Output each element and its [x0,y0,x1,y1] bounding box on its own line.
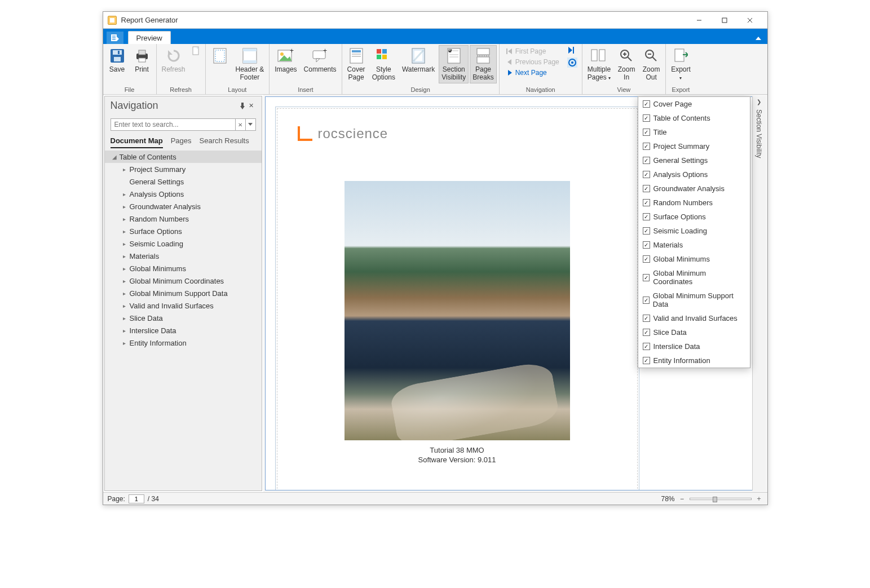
images-button[interactable]: + Images [272,45,299,76]
ribbon-group-navigation-label: Navigation [502,85,580,94]
pin-button[interactable] [238,101,247,110]
margins-button[interactable] [208,45,232,68]
refresh-aux [189,45,203,56]
section-visibility-item[interactable]: ✓Seismic Loading [638,224,750,238]
collapse-ribbon-button[interactable] [753,33,764,44]
section-visibility-sidebar[interactable]: ❯ Section Visibility [752,96,766,490]
tree-item[interactable]: ▸Slice Data [105,312,262,324]
section-visibility-item[interactable]: ✓Slice Data [638,325,750,339]
next-page-label: Next Page [515,69,547,77]
tree-top-item[interactable]: ◢Table of Contents [105,151,262,163]
svg-rect-20 [243,60,257,63]
section-visibility-item[interactable]: ✓Global Minimum Coordinates [638,266,750,289]
ribbon-group-file: Save Print File [103,44,157,94]
style-options-icon [374,47,392,65]
zoom-value: 78% [661,495,674,503]
tree-item[interactable]: ▸Surface Options [105,225,262,237]
tree-item[interactable]: ▸Project Summary [105,163,262,175]
tab-pages[interactable]: Pages [171,136,192,148]
zoom-plus-button[interactable]: ＋ [755,494,763,503]
tree-item[interactable]: ▸Materials [105,250,262,262]
minimize-button[interactable] [687,12,712,29]
header-footer-button[interactable]: Header & Footer [233,45,267,83]
close-button[interactable] [737,12,763,29]
checkbox-icon: ✓ [643,274,650,281]
page-breaks-label: Page Breaks [472,66,493,82]
section-visibility-item[interactable]: ✓Global Minimums [638,252,750,266]
tab-search-results[interactable]: Search Results [200,136,249,148]
section-visibility-item[interactable]: ✓General Settings [638,153,750,167]
tab-preview[interactable]: Preview [128,31,171,44]
section-visibility-item[interactable]: ✓Materials [638,238,750,252]
svg-rect-59 [241,103,244,106]
section-visibility-button[interactable]: Section Visibility [439,45,469,83]
export-icon [672,47,690,65]
comments-button[interactable]: + Comments [301,45,339,76]
multiple-pages-button[interactable]: Multiple Pages ▾ [585,45,613,83]
tree-item[interactable]: ▸Analysis Options [105,188,262,200]
close-panel-button[interactable]: ✕ [247,101,256,110]
section-visibility-item[interactable]: ✓Entity Information [638,353,750,368]
tree-item-label: Entity Information [129,339,187,347]
zoom-in-button[interactable]: Zoom In [615,45,638,83]
search-options-button[interactable] [245,119,255,130]
tree-item[interactable]: ▸Global Minimum Support Data [105,287,262,299]
page-number-input[interactable] [129,494,144,503]
section-visibility-item[interactable]: ✓Project Summary [638,139,750,153]
checkbox-icon: ✓ [643,157,650,164]
tree-item[interactable]: ▸Groundwater Analysis [105,200,262,213]
section-visibility-item[interactable]: ✓Random Numbers [638,196,750,210]
section-visibility-item[interactable]: ✓Title [638,125,750,139]
section-visibility-item-label: Project Summary [653,142,710,151]
maximize-button[interactable] [712,12,737,29]
print-button[interactable]: Print [130,45,154,76]
minimize-icon [696,17,702,23]
last-page-icon[interactable] [567,46,576,54]
watermark-button[interactable]: Watermark [399,45,438,76]
tree-item[interactable]: ▸Global Minimum Coordinates [105,275,262,287]
section-visibility-item[interactable]: ✓Table of Contents [638,111,750,125]
checkbox-icon: ✓ [643,185,650,192]
tree-item[interactable]: ▸Random Numbers [105,213,262,225]
section-visibility-item[interactable]: ✓Global Minimum Support Data [638,289,750,311]
refresh-button: Refresh [159,45,188,76]
tree-item[interactable]: ▸Valid and Invalid Surfaces [105,299,262,312]
tree-item[interactable]: ▸Entity Information [105,337,262,349]
tree-item[interactable]: ▸Seismic Loading [105,237,262,250]
page-breaks-button[interactable]: Page Breaks [470,45,496,83]
chevron-right-icon: ❯ [757,96,761,107]
tree-item-label: Project Summary [129,165,186,174]
tree-item[interactable]: ▸Interslice Data [105,324,262,337]
nav-target-icon[interactable] [567,58,577,68]
images-label: Images [275,66,297,74]
export-label: Export▾ [671,66,691,82]
zoom-out-button[interactable]: Zoom Out [639,45,663,83]
tab-document-map[interactable]: Document Map [111,136,163,148]
tree-item[interactable]: General Settings [105,175,262,188]
section-visibility-item[interactable]: ✓Valid and Invalid Surfaces [638,311,750,325]
ribbon-group-navigation: First Page Previous Page Next Page [500,44,582,94]
tree-item-label: Valid and Invalid Surfaces [129,302,214,310]
style-options-button[interactable]: Style Options [369,45,398,83]
cover-page-button[interactable]: Cover Page [345,45,368,83]
next-page-link[interactable]: Next Page [504,68,562,78]
zoom-minus-button[interactable]: − [678,495,686,503]
save-button[interactable]: Save [105,45,129,76]
tree-item-label: Global Minimum Coordinates [129,277,224,285]
clear-search-button[interactable]: ✕ [235,119,245,130]
section-visibility-item[interactable]: ✓Groundwater Analysis [638,182,750,196]
zoom-slider[interactable] [690,498,752,500]
file-menu-button[interactable] [107,32,123,44]
search-input[interactable] [111,121,235,129]
section-visibility-item[interactable]: ✓Surface Options [638,210,750,224]
svg-line-52 [628,57,631,61]
images-icon: + [277,47,295,65]
section-visibility-item-label: Valid and Invalid Surfaces [653,314,737,322]
zoom-slider-knob[interactable] [713,497,717,502]
section-visibility-item[interactable]: ✓Cover Page [638,97,750,111]
svg-rect-30 [377,49,381,54]
section-visibility-item[interactable]: ✓Analysis Options [638,167,750,182]
export-button[interactable]: Export▾ [668,45,694,83]
section-visibility-item[interactable]: ✓Interslice Data [638,339,750,353]
tree-item[interactable]: ▸Global Minimums [105,262,262,275]
